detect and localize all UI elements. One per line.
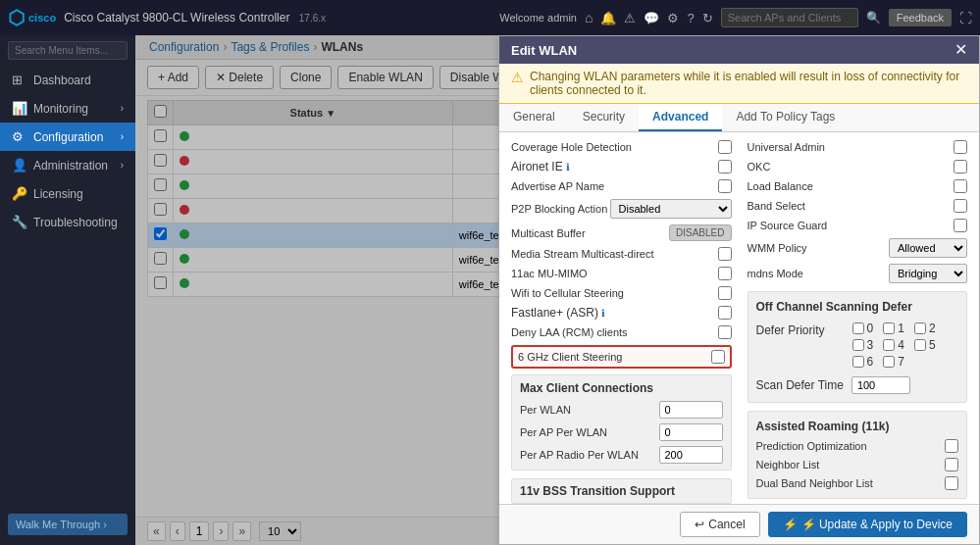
load-balance-checkbox[interactable] [954, 179, 967, 193]
licensing-icon: 🔑 [12, 186, 27, 201]
expand-icon[interactable]: ⛶ [959, 11, 972, 25]
update-apply-button[interactable]: ⚡ ⚡ Update & Apply to Device [768, 512, 967, 537]
field-ip-source-guard: IP Source Guard [748, 219, 968, 232]
defer-option-5[interactable]: 5 [914, 338, 936, 352]
top-nav: ⬡ cisco Cisco Catalyst 9800-CL Wireless … [0, 0, 980, 35]
dual-band-neighbor-checkbox[interactable] [945, 476, 958, 490]
defer-3-checkbox[interactable] [852, 339, 864, 351]
wmm-policy-select[interactable]: Allowed Disabled Required [889, 238, 967, 258]
field-mdns-mode: mdns Mode Bridging Gateway Drop [748, 264, 968, 283]
defer-6-checkbox[interactable] [852, 356, 864, 368]
modal-cols: Coverage Hole Detection Aironet IE ℹ [511, 140, 967, 504]
field-dual-band-neighbor: Dual Band Neighbor List [756, 476, 959, 490]
scan-defer-label: Scan Defer Time [756, 378, 844, 392]
defer-0-checkbox[interactable] [852, 322, 864, 334]
warning-message: Changing WLAN parameters while it is ena… [530, 70, 967, 97]
sidebar-item-licensing[interactable]: 🔑 Licensing [0, 179, 135, 208]
6ghz-steering-checkbox[interactable] [711, 350, 725, 364]
modal-body: Coverage Hole Detection Aironet IE ℹ [499, 132, 979, 504]
cancel-button[interactable]: ↩ Cancel [680, 512, 759, 537]
app-title-block: Cisco Catalyst 9800-CL Wireless Controll… [64, 11, 491, 25]
field-load-balance: Load Balance [748, 179, 968, 193]
neighbor-list-checkbox[interactable] [945, 458, 958, 471]
tab-policy-tags[interactable]: Add To Policy Tags [722, 104, 849, 131]
wifi-cellular-checkbox[interactable] [718, 286, 732, 300]
defer-option-2[interactable]: 2 [914, 322, 936, 335]
sidebar-item-monitoring[interactable]: 📊 Monitoring › [0, 94, 135, 123]
walk-me-through-button[interactable]: Walk Me Through › [8, 514, 128, 535]
field-prediction-opt: Prediction Optimization [756, 439, 959, 453]
disabled-badge: DISABLED [669, 224, 731, 241]
search-icon[interactable]: 🔍 [866, 11, 881, 25]
defer-option-1[interactable]: 1 [883, 322, 904, 335]
sidebar-item-troubleshooting[interactable]: 🔧 Troubleshooting [0, 208, 135, 236]
scan-defer-input[interactable] [851, 376, 910, 394]
warning-icon[interactable]: ⚠ [624, 11, 636, 25]
deny-laa-label: Deny LAA (RCM) clients [511, 326, 718, 338]
coverage-hole-checkbox[interactable] [718, 140, 732, 154]
defer-option-0[interactable]: 0 [852, 322, 874, 335]
per-ap-per-wlan-input[interactable] [659, 423, 723, 441]
per-ap-radio-per-wlan-input[interactable] [659, 446, 723, 464]
defer-option-3[interactable]: 3 [852, 338, 874, 352]
field-media-stream: Media Stream Multicast-direct [511, 247, 732, 261]
per-wlan-input[interactable] [659, 401, 723, 419]
prediction-opt-label: Prediction Optimization [756, 440, 946, 452]
ip-source-guard-checkbox[interactable] [954, 219, 967, 232]
settings-icon[interactable]: ⚙ [667, 11, 679, 25]
defer-2-checkbox[interactable] [914, 322, 926, 334]
band-select-checkbox[interactable] [954, 199, 967, 213]
feedback-button[interactable]: Feedback [889, 9, 952, 26]
search-input[interactable] [721, 8, 858, 27]
p2p-blocking-select[interactable]: Disabled Drop Forward-UpStream [610, 199, 732, 219]
fastlane-checkbox[interactable] [718, 306, 732, 320]
defer-option-6[interactable]: 6 [852, 355, 874, 369]
sidebar-item-configuration[interactable]: ⚙ Configuration › [0, 123, 135, 151]
aironet-ie-checkbox[interactable] [718, 160, 732, 173]
sidebar-item-dashboard[interactable]: ⊞ Dashboard [0, 66, 135, 94]
deny-laa-checkbox[interactable] [718, 325, 732, 339]
cisco-logo: ⬡ cisco [8, 6, 56, 29]
cisco-brand: cisco [28, 12, 56, 24]
sidebar-label-monitoring: Monitoring [33, 102, 88, 116]
field-okc: OKC [748, 160, 968, 173]
sidebar: ⊞ Dashboard 📊 Monitoring › ⚙ Configurati… [0, 35, 135, 545]
media-stream-checkbox[interactable] [718, 247, 732, 261]
okc-checkbox[interactable] [954, 160, 967, 173]
alert-icon[interactable]: 🔔 [600, 11, 616, 25]
defer-option-7[interactable]: 7 [883, 355, 904, 369]
sidebar-search-input[interactable] [8, 41, 128, 60]
field-band-select: Band Select [748, 199, 968, 213]
defer-1-checkbox[interactable] [883, 322, 895, 334]
universal-admin-checkbox[interactable] [954, 140, 967, 154]
refresh-icon[interactable]: ↻ [702, 11, 713, 25]
band-select-label: Band Select [748, 200, 954, 212]
tab-advanced[interactable]: Advanced [639, 104, 722, 131]
prediction-opt-checkbox[interactable] [945, 439, 958, 453]
sidebar-item-administration[interactable]: 👤 Administration › [0, 151, 135, 179]
tab-security[interactable]: Security [569, 104, 639, 131]
max-client-title: Max Client Connections [520, 381, 723, 395]
main-content: Configuration › Tags & Profiles › WLANs … [135, 35, 980, 545]
aironet-ie-label: Aironet IE ℹ [511, 160, 718, 173]
modal-close-button[interactable]: ✕ [954, 42, 967, 58]
defer-priority-row: Defer Priority 0 1 2 3 [756, 322, 959, 369]
defer-7-checkbox[interactable] [883, 356, 895, 368]
help-icon[interactable]: ? [687, 11, 694, 25]
defer-4-checkbox[interactable] [883, 339, 895, 351]
11ac-mu-mimo-label: 11ac MU-MIMO [511, 268, 718, 279]
wifi-cellular-label: Wifi to Cellular Steering [511, 287, 718, 299]
advertise-ap-checkbox[interactable] [718, 179, 732, 193]
mdns-mode-select[interactable]: Bridging Gateway Drop [889, 264, 967, 283]
fastlane-label: Fastlane+ (ASR) ℹ [511, 306, 718, 320]
home-icon[interactable]: ⌂ [585, 10, 593, 25]
defer-5-checkbox[interactable] [914, 339, 926, 351]
field-wifi-cellular: Wifi to Cellular Steering [511, 286, 732, 300]
defer-option-4[interactable]: 4 [883, 338, 904, 352]
modal-tabs: General Security Advanced Add To Policy … [499, 104, 979, 132]
11ac-mu-mimo-checkbox[interactable] [718, 267, 732, 280]
field-universal-admin: Universal Admin [748, 140, 968, 154]
sidebar-label-licensing: Licensing [33, 187, 83, 201]
tab-general[interactable]: General [499, 104, 569, 131]
chat-icon[interactable]: 💬 [644, 11, 659, 25]
